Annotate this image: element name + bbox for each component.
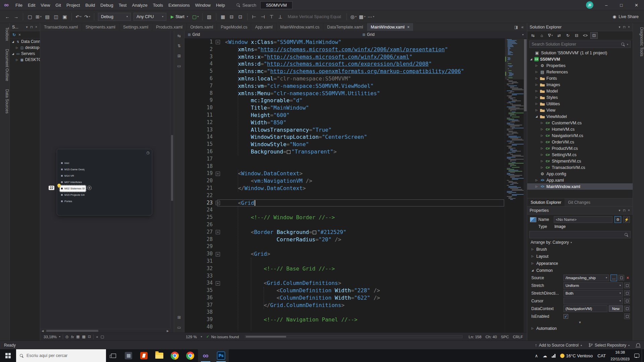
tree-item-s50mvvm[interactable]: ◢C#S50MVVM: [527, 56, 633, 62]
close-panel-icon[interactable]: ×: [627, 208, 631, 212]
designer-horizontal-scrollbar[interactable]: ◀ ▶: [40, 329, 170, 333]
global-search[interactable]: Search: [236, 3, 256, 8]
window-menu-icon[interactable]: ▾: [617, 208, 622, 212]
effects-icon[interactable]: fx: [71, 335, 74, 339]
preview-nav-item-m07-interficies[interactable]: M07 Interficies: [60, 179, 86, 185]
filter-button[interactable]: ∇▾: [547, 32, 554, 39]
taskbar-app-visual-studio[interactable]: ∞: [198, 349, 213, 362]
code-line-18[interactable]: 18: [184, 163, 505, 170]
close-tab-icon[interactable]: ×: [407, 25, 410, 29]
xaml-designer[interactable]: ◷ IniciM15 Game DesignM14 VRM07 Interfic…: [40, 31, 174, 333]
expander-icon[interactable]: ▷: [540, 147, 544, 150]
server-item-data-connect[interactable]: ◢↯Data Connect: [10, 39, 40, 45]
code-line-19[interactable]: 19−<Window.DataContext>: [184, 170, 505, 177]
home-button[interactable]: ⌂: [538, 32, 545, 39]
code-line-24[interactable]: 24: [184, 206, 505, 214]
menu-project[interactable]: Project: [64, 0, 83, 10]
designer-zoom-value[interactable]: 33,18%: [44, 335, 57, 339]
tree-item-utilities[interactable]: ▷Utilities: [527, 101, 633, 107]
designer-editor-splitter[interactable]: ⇆ ⇅ ⊞ ▭ ⊞ ▭: [174, 31, 184, 333]
snap-to-grid-button[interactable]: ⊟: [228, 12, 236, 21]
close-panel-icon[interactable]: ×: [627, 25, 631, 29]
code-line-29[interactable]: 29: [184, 243, 505, 250]
swap-panes-icon[interactable]: ⇆: [177, 34, 181, 38]
status-line-ending[interactable]: CRLF: [513, 335, 523, 339]
artboard-button[interactable]: ⊡: [236, 12, 245, 21]
code-line-8[interactable]: 8xmlns:Menu="clr-namespace:S50MVVM.Utili…: [184, 90, 505, 97]
code-area[interactable]: 1−<Window x:Class="S50MVVM.MainWindow"2x…: [184, 39, 505, 333]
expander-icon[interactable]: ▷: [15, 58, 19, 61]
preview-nav-item-m02-sistemes-smx[interactable]: M02 Sistemes SMX: [60, 185, 86, 192]
collapse-all-button[interactable]: ⊟: [573, 32, 580, 39]
zoom-fit-icon[interactable]: ◎: [65, 335, 69, 339]
menu-edit[interactable]: Edit: [25, 0, 38, 10]
advanced-options-button[interactable]: [619, 275, 624, 281]
taskbar-app-photoshop[interactable]: Ps: [213, 349, 229, 362]
select-repository[interactable]: Select Repository ▴: [589, 343, 630, 348]
menu-view[interactable]: View: [38, 0, 53, 10]
taskbar-app-file-explorer[interactable]: [152, 349, 167, 362]
designer-vertical-scrollbar[interactable]: [170, 31, 174, 329]
advanced-options-button[interactable]: [624, 306, 630, 311]
tree-item-customervm-cs[interactable]: ▷C#CustomerVM.cs: [527, 120, 633, 126]
align-centers-button[interactable]: ⊣: [259, 12, 267, 21]
start-button[interactable]: [0, 349, 16, 362]
restore-button[interactable]: □: [614, 0, 629, 10]
start-debugging-button[interactable]: ▶Start▾: [168, 13, 191, 21]
artboard-background-icon[interactable]: ▢: [101, 335, 104, 339]
code-line-4[interactable]: 4xmlns:d="http://schemas.microsoft.com/e…: [184, 60, 505, 68]
reset-value-icon[interactable]: ×: [626, 276, 630, 280]
tree-item-styles[interactable]: ▷Styles: [527, 94, 633, 101]
taskbar-search-input[interactable]: [26, 353, 102, 358]
tree-item-settingvm-cs[interactable]: ▷C#SettingVM.cs: [527, 152, 633, 158]
expander-icon[interactable]: ▷: [540, 140, 544, 143]
side-tab-toolbox[interactable]: Toolbox: [0, 23, 9, 45]
side-tab-document-outline[interactable]: Document Outline: [0, 45, 9, 85]
new-project-button[interactable]: ▢: [26, 12, 34, 21]
doc-tab-products-xaml[interactable]: Products.xaml: [152, 23, 186, 31]
menu-git[interactable]: Git: [53, 0, 64, 10]
clock[interactable]: 16:38 22/11/2023: [608, 350, 632, 362]
fold-collapse-icon[interactable]: −: [216, 40, 220, 44]
code-line-5[interactable]: 5xmlns:mc="http://schemas.openxmlformats…: [184, 68, 505, 75]
menu-extensions[interactable]: Extensions: [166, 0, 193, 10]
show-desktop-button[interactable]: [642, 349, 644, 362]
tree-item-properties[interactable]: ▷⚙Properties: [527, 62, 633, 69]
start-without-debugging-button[interactable]: ▢▾: [192, 12, 200, 21]
advanced-options-button[interactable]: [624, 290, 630, 296]
expander-icon[interactable]: ▷: [535, 64, 538, 67]
redo-button[interactable]: ↷▾: [83, 12, 91, 21]
zoom-tool-button[interactable]: ◎▾: [350, 12, 358, 21]
expander-icon[interactable]: ▷: [535, 102, 538, 105]
onedrive-cloud-icon[interactable]: ☁: [540, 353, 549, 358]
collapse-pane-icon[interactable]: ▭: [177, 64, 181, 68]
add-item-button[interactable]: ⊞▾: [35, 12, 43, 21]
add-to-source-control[interactable]: ↑ Add to Source Control ▴: [535, 343, 582, 348]
doc-tab-pagemodel-cs[interactable]: PageModel.cs: [217, 23, 251, 31]
code-line-35[interactable]: 35<ColumnDefinition Width="228" />: [184, 287, 505, 294]
xaml-code-editor[interactable]: ⊞ Grid ⊞ Grid ▾ 1−<Window x:Class="S50MV…: [184, 31, 527, 333]
advanced-options-button[interactable]: [624, 283, 630, 288]
code-line-34[interactable]: 34−<Grid.ColumnDefinitions>: [184, 280, 505, 287]
tree-item-references[interactable]: ▷▤References: [527, 69, 633, 75]
color-swatch-icon[interactable]: [313, 231, 316, 234]
stop-refresh-icon[interactable]: ×: [18, 33, 21, 37]
tree-item-navigationvm-cs[interactable]: ▷C#NavigationVM.cs: [527, 132, 633, 139]
task-view-button[interactable]: [106, 349, 121, 362]
minimize-button[interactable]: –: [599, 0, 614, 10]
menu-file[interactable]: File: [13, 0, 25, 10]
code-line-22[interactable]: 22: [184, 192, 505, 199]
expander-icon[interactable]: ▷: [540, 121, 544, 124]
expander-icon[interactable]: ◢: [529, 58, 533, 61]
grid-toggle-icon[interactable]: ⊞: [177, 315, 181, 320]
code-line-20[interactable]: 20<vm:NavigationVM />: [184, 177, 505, 185]
code-line-11[interactable]: 11Height="600": [184, 112, 505, 119]
guides-icon[interactable]: +: [96, 335, 98, 339]
save-button[interactable]: ◫: [52, 12, 60, 21]
server-item-desktop-j[interactable]: ▷◫desktop-j: [10, 45, 40, 51]
property-wrench-button[interactable]: ⚙: [614, 216, 621, 223]
expander-icon[interactable]: ▷: [535, 96, 538, 99]
cursor-combo[interactable]: ▾: [564, 298, 623, 304]
navigate-back-button[interactable]: ←: [3, 12, 11, 21]
designer-window-preview[interactable]: ◷ IniciM15 Game DesignM14 VRM07 Interfic…: [57, 149, 152, 216]
